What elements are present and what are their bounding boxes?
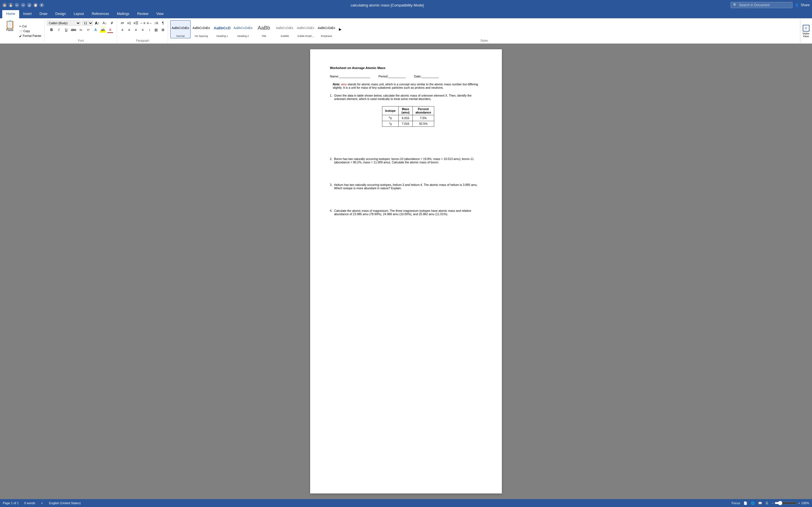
home-btn[interactable]: 🏠 <box>2 3 7 7</box>
copy-button[interactable]: 📄 Copy <box>18 29 43 33</box>
share-icon: 👤 <box>795 3 799 7</box>
zoom-level[interactable]: 100% <box>801 501 809 505</box>
tabs-row: Home Insert Draw Design Layout Reference… <box>0 10 812 18</box>
multilevel-button[interactable]: ≡☰ <box>133 20 139 26</box>
web-layout-icon[interactable]: 🌐 <box>751 501 755 505</box>
subscript-button[interactable]: X₂ <box>78 27 84 33</box>
style-subtitle-label: Subtitle <box>281 35 289 38</box>
focus-button[interactable]: Focus <box>732 501 740 505</box>
title-bar: 🏠 💾 ↩ ↪ 🖨 📋 ▼ calculating atomic mass [C… <box>0 0 812 10</box>
style-subtle-emphasis-preview: AaBbCcDdEe <box>297 21 314 35</box>
outline-icon[interactable]: ☰ <box>765 501 768 505</box>
font-size-select[interactable]: 11 <box>82 20 93 25</box>
style-no-spacing[interactable]: AaBbCcDdEe No Spacing <box>191 20 211 38</box>
font-row2: B I U abc X₂ X² A ab A <box>49 27 113 33</box>
align-left-button[interactable]: ≡ <box>119 27 125 33</box>
q1-text: Given the data in table shown below, cal… <box>334 94 482 138</box>
bold-button[interactable]: B <box>49 27 55 33</box>
font-color-button[interactable]: A <box>107 27 113 33</box>
style-heading1[interactable]: AaBbCcD Heading 1 <box>212 20 232 38</box>
abundance-1: 7.5% <box>412 115 434 121</box>
superscript-button[interactable]: X² <box>85 27 91 33</box>
tab-layout[interactable]: Layout <box>70 10 88 18</box>
borders-button[interactable]: ⊞ <box>160 27 166 33</box>
italic-button[interactable]: I <box>56 27 62 33</box>
undo-btn[interactable]: ↩ <box>15 3 19 7</box>
style-normal[interactable]: AaBbCcDdEe Normal <box>170 20 191 38</box>
font-grow-button[interactable]: A↑ <box>94 20 100 26</box>
style-subtle-emphasis[interactable]: AaBbCcDdEe Subtle Emph... <box>296 20 316 38</box>
save-btn[interactable]: 💾 <box>8 3 13 7</box>
zoom-in-icon[interactable]: + <box>798 501 800 505</box>
styles-scroll-right[interactable]: ▶ <box>337 26 343 33</box>
document-heading: Worksheet on Average Atomic Mass <box>330 66 482 69</box>
reader-icon[interactable]: 📖 <box>758 501 762 505</box>
tab-home[interactable]: Home <box>2 10 19 18</box>
proofing-icon[interactable]: ✓ <box>41 501 43 505</box>
q3-answer-space <box>330 192 482 209</box>
tab-view[interactable]: View <box>152 10 167 18</box>
style-subtitle-preview: AaBbCcDdEe <box>276 21 294 35</box>
paste-button[interactable]: 📋 Paste <box>3 20 17 42</box>
print-layout-icon[interactable]: 📄 <box>744 501 748 505</box>
cut-button[interactable]: ✂ Cut <box>18 24 43 29</box>
style-emphasis[interactable]: AaBbCcDdEe Emphasis <box>316 20 337 38</box>
increase-indent-button[interactable]: ≡→ <box>146 20 153 26</box>
font-shrink-button[interactable]: A↓ <box>101 20 108 26</box>
style-no-spacing-label: No Spacing <box>195 35 208 38</box>
styles-pane-button[interactable]: ① StylesPane <box>801 19 811 43</box>
clear-format-button[interactable]: ✗ <box>109 20 115 26</box>
word-count[interactable]: 0 words <box>24 501 35 505</box>
question-4: 4. Calculate the atomic mass of magnesiu… <box>330 209 482 216</box>
align-right-button[interactable]: ≡ <box>133 27 139 33</box>
bullets-button[interactable]: ≡• <box>119 20 125 26</box>
zoom-slider[interactable] <box>774 501 797 505</box>
style-subtitle[interactable]: AaBbCcDdEe Subtitle <box>274 20 295 38</box>
amu-text: amu <box>341 82 347 86</box>
justify-button[interactable]: ≡ <box>140 27 146 33</box>
tab-design[interactable]: Design <box>51 10 70 18</box>
tab-insert[interactable]: Insert <box>19 10 36 18</box>
strikethrough-button[interactable]: abc <box>70 27 77 33</box>
period-field: Period:__________ <box>378 75 406 78</box>
shading-button[interactable]: ▨ <box>153 27 159 33</box>
page-view-btn[interactable]: 📋 <box>33 3 38 7</box>
text-effects-button[interactable]: A <box>93 27 99 33</box>
tab-draw[interactable]: Draw <box>36 10 51 18</box>
underline-button[interactable]: U <box>63 27 69 33</box>
tab-mailings[interactable]: Mailings <box>113 10 133 18</box>
show-hide-button[interactable]: ¶ <box>160 20 166 26</box>
numbering-button[interactable]: ≡1 <box>126 20 132 26</box>
style-title[interactable]: AaBb Title <box>254 20 274 38</box>
style-emphasis-preview: AaBbCcDdEe <box>318 21 335 35</box>
user-area[interactable]: 👤 Share <box>795 3 810 7</box>
sort-button[interactable]: ↕A <box>153 20 159 26</box>
format-painter-button[interactable]: 🖌 Format Painter <box>18 34 43 38</box>
align-center-button[interactable]: ≡ <box>126 27 132 33</box>
font-controls: Calibri (Body) 11 A↑ A↓ ✗ B I U abc X₂ X… <box>47 20 115 39</box>
tab-references[interactable]: References <box>88 10 113 18</box>
document-area[interactable]: Worksheet on Average Atomic Mass Name:__… <box>0 44 812 499</box>
redo-btn[interactable]: ↪ <box>21 3 26 7</box>
more-btn[interactable]: ▼ <box>40 3 44 7</box>
language[interactable]: English (United States) <box>49 501 81 505</box>
line-spacing-button[interactable]: ↕ <box>146 27 153 33</box>
main-content: Worksheet on Average Atomic Mass Name:__… <box>0 44 812 499</box>
decrease-indent-button[interactable]: ←≡ <box>140 20 146 26</box>
style-heading2[interactable]: AaBbCcDdEe Heading 2 <box>233 20 253 38</box>
isotope-1: 6X <box>382 115 398 121</box>
search-input[interactable] <box>739 3 784 7</box>
font-group-label: Font <box>47 39 115 42</box>
tab-review[interactable]: Review <box>133 10 152 18</box>
highlight-button[interactable]: ab <box>100 27 106 33</box>
search-bar[interactable]: 🔍 <box>730 2 793 8</box>
q1-answer-space <box>330 140 482 157</box>
isotope-table-container: Isotope Mass(amu) Percentabundance 6X 6.… <box>334 103 482 132</box>
mass-2: 7.016 <box>399 121 413 127</box>
print-btn[interactable]: 🖨 <box>27 3 32 7</box>
zoom-out-icon[interactable]: − <box>772 501 773 505</box>
styles-pane-icon: ① <box>803 25 809 32</box>
font-name-select[interactable]: Calibri (Body) <box>47 20 81 25</box>
q2-num: 2. <box>330 157 333 164</box>
page-info[interactable]: Page 1 of 1 <box>3 501 18 505</box>
